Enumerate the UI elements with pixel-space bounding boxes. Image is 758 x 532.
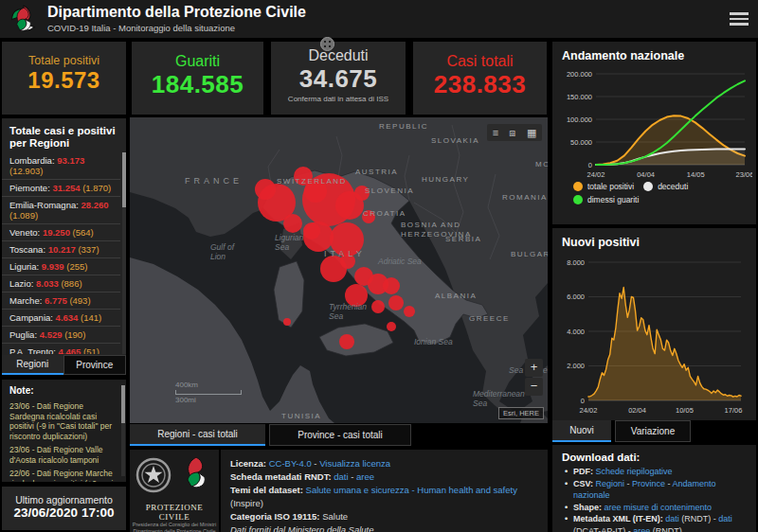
- region-list-scrollbar[interactable]: [122, 152, 126, 354]
- region-row[interactable]: Campania: 4.634 (141): [2, 310, 120, 327]
- map-label: FRANCE: [185, 176, 243, 186]
- case-bubble[interactable]: [283, 318, 291, 326]
- tab-province-casi-totali[interactable]: Province - casi totali: [269, 424, 411, 446]
- legend-label: deceduti: [658, 182, 688, 191]
- tab-regioni-casi-totali[interactable]: Regioni - casi totali: [130, 424, 265, 446]
- link[interactable]: Schede riepilogative: [596, 467, 673, 476]
- region-row[interactable]: Puglia: 4.529 (190): [2, 327, 120, 344]
- note-line: 23/06 - Dati Regione Sardegna ricalcolat…: [9, 401, 117, 441]
- case-bubble[interactable]: [383, 277, 400, 294]
- regions-panel: Totale casi e positivi per Regioni Lomba…: [2, 118, 126, 375]
- link[interactable]: dati: [718, 514, 732, 523]
- zoom-out-button[interactable]: −: [525, 378, 543, 396]
- text: Shape:: [573, 503, 605, 512]
- link[interactable]: dati: [665, 514, 679, 523]
- region-row[interactable]: Emilia-Romagna: 28.260 (1.089): [2, 197, 120, 224]
- link[interactable]: aree misure di contenimento: [605, 503, 713, 512]
- legend-icon[interactable]: ≡: [493, 128, 498, 138]
- stat-label: Deceduti: [271, 47, 406, 64]
- region-row[interactable]: Lombardia: 93.173 (12.903): [2, 152, 120, 180]
- download-title: Download dati:: [562, 452, 749, 463]
- case-bubble[interactable]: [404, 306, 415, 317]
- basemap-icon[interactable]: ▦: [527, 128, 536, 138]
- org-sub1: Presidenza del Consiglio dei Ministri: [130, 522, 219, 528]
- tab-regioni[interactable]: Regioni: [2, 355, 63, 375]
- license-row: Dati forniti dal Ministero della Salute: [230, 523, 538, 532]
- stat-label: Guariti: [132, 53, 263, 70]
- download-list: PDF: Schede riepilogativeCSV: Regioni - …: [562, 466, 749, 532]
- text: Dati forniti dal Ministero della Salute: [230, 524, 374, 532]
- map-toolbar: ≡ ⧈ ▦: [487, 124, 542, 141]
- region-row[interactable]: Toscana: 10.217 (337): [2, 241, 120, 258]
- region-row[interactable]: Piemonte: 31.254 (1.870): [2, 180, 120, 197]
- legend-item[interactable]: totale positivi: [573, 182, 634, 191]
- nuovi-title: Nuovi positivi: [552, 228, 756, 249]
- map-label: SERBIA: [445, 235, 481, 243]
- link[interactable]: dati: [334, 471, 348, 482]
- link[interactable]: Province: [632, 479, 665, 488]
- org-logos: [133, 453, 216, 497]
- scale-mi: 300mi: [175, 396, 242, 404]
- text: (Inspire): [230, 498, 263, 508]
- text: CSV:: [573, 479, 596, 488]
- tab-variazione[interactable]: Variazione: [615, 420, 691, 442]
- svg-text:150.000: 150.000: [567, 93, 592, 101]
- case-bubble[interactable]: [371, 300, 385, 313]
- link[interactable]: aree: [356, 471, 374, 482]
- link[interactable]: Salute umana e sicurezza - Human health …: [306, 485, 517, 495]
- protezione-civile-logo-icon: [8, 4, 40, 35]
- license-row: Licenza: CC-BY-4.0 - Visualizza licenza: [230, 457, 538, 470]
- legend-dot-icon: [573, 182, 583, 191]
- case-bubble[interactable]: [339, 334, 354, 349]
- map-label: TUNISIA: [281, 412, 321, 420]
- stat-value: 238.833: [413, 70, 547, 99]
- zoom-in-button[interactable]: +: [525, 359, 543, 377]
- case-bubble[interactable]: [387, 322, 396, 331]
- notes-panel: Note: 23/06 - Dati Regione Sardegna rica…: [2, 380, 126, 482]
- last-update-panel: Ultimo aggiornamento 23/06/2020 17:00: [2, 487, 126, 530]
- license-row: Temi del dataset: Salute umana e sicurez…: [230, 484, 538, 510]
- stat-guariti: Guariti 184.585: [132, 42, 263, 115]
- svg-text:10/05: 10/05: [676, 406, 694, 415]
- tab-province[interactable]: Province: [63, 355, 127, 375]
- text: Categoria ISO 19115:: [230, 511, 322, 522]
- legend-item[interactable]: deceduti: [643, 182, 688, 191]
- text: -: [312, 458, 319, 469]
- drag-handle-icon[interactable]: [320, 37, 334, 51]
- map-label: HUNGARY: [422, 175, 469, 184]
- andamento-title: Andamento nazionale: [552, 42, 756, 62]
- tab-nuovi[interactable]: Nuovi: [552, 420, 611, 442]
- stat-deceduti: Deceduti 34.675 Conferma dati in attesa …: [271, 42, 406, 115]
- region-row[interactable]: Lazio: 8.033 (886): [2, 275, 120, 293]
- legend-item[interactable]: dimessi guariti: [573, 195, 734, 204]
- region-row[interactable]: Veneto: 19.250 (564): [2, 224, 120, 241]
- map-attribution[interactable]: Esri, HERE: [498, 407, 544, 419]
- download-item: Metadata XML (IT-EN): dati (RNDT) - dati…: [562, 513, 749, 532]
- notes-scrollbar[interactable]: [121, 385, 125, 476]
- region-tabs: Regioni Province: [2, 355, 126, 375]
- region-row[interactable]: Marche: 6.775 (493): [2, 293, 120, 310]
- italy-cases-map[interactable]: REPUBLICSLOVAKIAAUSTRIAHUNGARYFRANCESWIT…: [130, 117, 548, 423]
- last-update-value: 23/06/2020 17:00: [2, 505, 126, 520]
- link[interactable]: aree: [633, 526, 650, 532]
- text: Licenza:: [230, 458, 269, 469]
- case-bubble[interactable]: [303, 222, 334, 252]
- layers-icon[interactable]: ⧈: [510, 128, 516, 138]
- map-label: SLOVENIA: [365, 186, 414, 195]
- region-row[interactable]: P.A. Trento: 4.465 (51): [2, 344, 120, 354]
- page-title: Dipartimento della Protezione Civile: [47, 4, 306, 21]
- link[interactable]: Regioni: [596, 479, 625, 488]
- region-row[interactable]: Liguria: 9.939 (255): [2, 258, 120, 275]
- map-label: Ionian Sea: [414, 337, 453, 346]
- note-line: 22/06 - Dati Regione Marche ricalcolo ca…: [9, 469, 117, 482]
- svg-text:8.000: 8.000: [567, 258, 585, 267]
- link[interactable]: Visualizza licenza: [319, 458, 390, 469]
- svg-text:17/06: 17/06: [725, 406, 743, 415]
- case-bubble[interactable]: [388, 295, 404, 310]
- link[interactable]: CC-BY-4.0: [269, 458, 312, 469]
- region-list[interactable]: Lombardia: 93.173 (12.903)Piemonte: 31.2…: [2, 152, 120, 354]
- menu-icon[interactable]: [730, 12, 749, 26]
- stat-value: 19.573: [2, 67, 126, 94]
- svg-text:6.000: 6.000: [567, 293, 585, 301]
- case-bubble[interactable]: [283, 214, 302, 233]
